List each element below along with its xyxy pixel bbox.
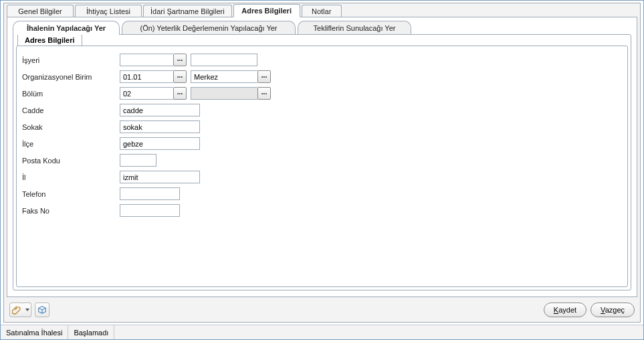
label-bolum: Bölüm xyxy=(19,90,120,98)
tab-notlar[interactable]: Notlar xyxy=(302,5,342,17)
status-left: Satınalma İhalesi xyxy=(1,325,68,339)
address-form: İşyeri Organizasyonel Birim xyxy=(16,46,628,287)
orgbirim-code-lookup-button[interactable] xyxy=(173,70,187,83)
bolum-code-lookup-button[interactable] xyxy=(173,87,187,100)
label-isyeri: İşyeri xyxy=(19,56,120,64)
label-posta-kodu: Posta Kodu xyxy=(19,157,120,165)
tab-genel-bilgiler[interactable]: Genel Bilgiler xyxy=(7,5,74,17)
orgbirim-name-input[interactable] xyxy=(191,70,257,83)
orgbirim-name-lookup-button[interactable] xyxy=(257,70,271,83)
kaydet-button-rest: aydet xyxy=(558,306,576,314)
attachments-dropdown[interactable] xyxy=(23,303,31,317)
form-panel: Genel Bilgiler İhtiyaç Listesi İdari Şar… xyxy=(3,3,641,323)
sub-tab-strip: İhalenin Yapılacağı Yer (Ön) Yeterlik De… xyxy=(7,17,637,35)
fieldset-title: Adres Bilgileri xyxy=(17,33,82,46)
sub-tab-content: Adres Bilgileri İşyeri Organizasyonel Bi… xyxy=(13,34,631,290)
label-org-birim: Organizasyonel Birim xyxy=(19,73,120,81)
posta-kodu-input[interactable] xyxy=(120,154,156,167)
status-bar: Satınalma İhalesi Başlamadı xyxy=(1,325,643,339)
status-right: Başlamadı xyxy=(68,325,114,339)
subtab-yeterlik-yeri[interactable]: (Ön) Yeterlik Değerlemenin Yapılacağı Ye… xyxy=(122,21,296,35)
label-cadde: Cadde xyxy=(19,106,120,114)
orgbirim-code-input[interactable] xyxy=(120,70,173,83)
bolum-name-lookup-button[interactable] xyxy=(257,87,271,100)
isyeri-code-lookup-button[interactable] xyxy=(173,54,187,66)
bolum-code-input[interactable] xyxy=(120,87,173,100)
paperclip-icon xyxy=(12,305,21,315)
vazgec-button-rest: azgeç xyxy=(605,306,625,314)
related-records-button[interactable] xyxy=(35,303,49,317)
cadde-input[interactable] xyxy=(120,104,200,116)
sokak-input[interactable] xyxy=(120,120,200,133)
box-icon xyxy=(37,305,47,315)
bolum-code-lookup xyxy=(120,87,187,100)
fieldset-tabstrip: Adres Bilgileri xyxy=(17,33,82,46)
isyeri-code-input[interactable] xyxy=(120,54,173,66)
subtab-ihale-yeri[interactable]: İhalenin Yapılacağı Yer xyxy=(13,21,120,35)
label-il: İl xyxy=(19,173,120,181)
label-sokak: Sokak xyxy=(19,123,120,131)
tab-adres-bilgileri[interactable]: Adres Bilgileri xyxy=(233,4,300,17)
label-faks-no: Faks No xyxy=(19,207,120,215)
orgbirim-name-lookup xyxy=(191,70,271,83)
subtab-teklif-yeri[interactable]: Tekliflerin Sunulacağı Yer xyxy=(298,21,411,35)
attachments-button[interactable] xyxy=(9,303,24,317)
vazgec-button[interactable]: Vazgeç xyxy=(591,303,635,317)
orgbirim-code-lookup xyxy=(120,70,187,83)
isyeri-code-lookup xyxy=(120,54,187,66)
il-input[interactable] xyxy=(120,171,200,183)
label-telefon: Telefon xyxy=(19,190,120,198)
telefon-input[interactable] xyxy=(120,187,180,200)
faks-no-input[interactable] xyxy=(120,204,180,217)
isyeri-name-input[interactable] xyxy=(191,54,257,66)
bottom-toolbar: Kaydet Vazgeç xyxy=(7,301,637,319)
top-tab-strip: Genel Bilgiler İhtiyaç Listesi İdari Şar… xyxy=(4,3,640,17)
label-ilce: İlçe xyxy=(19,140,120,148)
bolum-name-input[interactable] xyxy=(191,87,257,100)
tab-idari-sartname[interactable]: İdari Şartname Bilgileri xyxy=(143,5,232,17)
tab-ihtiyac-listesi[interactable]: İhtiyaç Listesi xyxy=(75,5,142,17)
ilce-input[interactable] xyxy=(120,137,200,150)
bolum-name-lookup xyxy=(191,87,271,100)
top-tab-content: İhalenin Yapılacağı Yer (Ön) Yeterlik De… xyxy=(7,17,637,297)
chevron-down-icon xyxy=(25,307,30,313)
kaydet-button[interactable]: Kaydet xyxy=(544,303,586,317)
